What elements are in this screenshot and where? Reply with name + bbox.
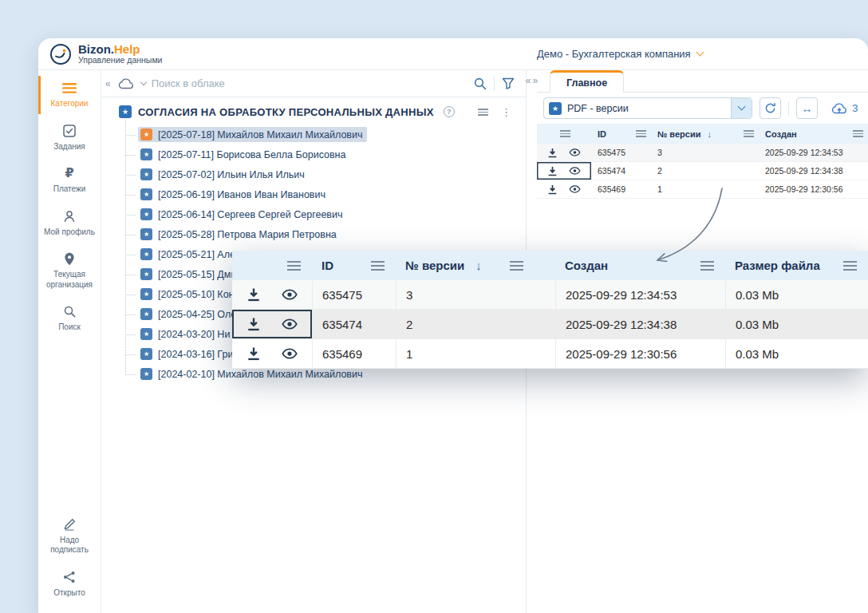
tree-item[interactable]: ★[2025-07-02] Ильин Илья Ильич	[119, 164, 526, 184]
version-row[interactable]: 635475 3 2025-09-29 12:34:53 0.03 Mb	[232, 280, 868, 310]
swap-panels-button[interactable]: ↔	[796, 97, 818, 119]
column-menu-icon[interactable]	[510, 261, 523, 271]
cloud-search-input[interactable]	[152, 77, 466, 89]
chevron-down-icon[interactable]	[140, 78, 146, 85]
sort-desc-icon[interactable]: ↓	[475, 259, 482, 272]
map-pin-icon	[64, 251, 75, 266]
tree-menu-icon[interactable]	[478, 109, 488, 116]
sidebar-item-label: Открыто	[53, 588, 85, 599]
column-menu-icon[interactable]	[843, 261, 857, 271]
menu-icon	[62, 81, 77, 95]
cell-id: 635474	[312, 310, 396, 338]
sidebar-item-categories[interactable]: Категории	[38, 73, 101, 117]
view-icon[interactable]	[567, 147, 582, 158]
sidebar-item-label: Задания	[53, 142, 85, 152]
more-options-icon[interactable]: ⋮	[501, 106, 511, 118]
column-version: № версии↓	[396, 251, 555, 280]
zoomed-versions-table: ID № версии↓ Создан Размер файла 635475 …	[232, 251, 868, 369]
version-row[interactable]: 635469 1 2025-09-29 12:30:56 0.03 Mb	[232, 339, 868, 369]
collapse-left-icon[interactable]: «	[526, 76, 531, 85]
category-star-icon: ★	[119, 105, 132, 118]
upload-button-label: З	[852, 103, 858, 114]
view-icon[interactable]	[280, 317, 299, 331]
cell-created: 2025-09-29 12:34:38	[759, 166, 868, 176]
dropdown-chevron-button[interactable]	[731, 98, 752, 118]
sidebar: Категории Задания ₽ Платежи Мой профиль	[38, 70, 101, 613]
tree-root[interactable]: ★ СОГЛАСИЯ НА ОБРАБОТКУ ПЕРСОНАЛЬНЫХ ДАН…	[119, 105, 526, 118]
tree-item-label: [2025-05-21] Але	[158, 249, 235, 260]
upload-to-cloud-button[interactable]: З	[831, 103, 858, 114]
chevron-down-icon	[738, 103, 746, 111]
tree-item[interactable]: ★[2025-05-28] Петрова Мария Петровна	[119, 224, 526, 244]
document-icon: ★	[140, 328, 152, 340]
sidebar-item-profile[interactable]: Мой профиль	[38, 202, 101, 245]
refresh-button[interactable]	[760, 97, 781, 119]
tree-item-label: [2025-04-25] Оле	[158, 309, 236, 320]
download-icon[interactable]	[546, 146, 559, 160]
view-icon[interactable]	[567, 184, 582, 195]
tree-item[interactable]: ★[2025-07-11] Борисова Белла Борисовна	[119, 144, 526, 164]
sidebar-item-organization[interactable]: Текущая организация	[38, 244, 101, 297]
organization-selector[interactable]: Демо - Бухгалтерская компания	[537, 38, 703, 69]
tree-title: СОГЛАСИЯ НА ОБРАБОТКУ ПЕРСОНАЛЬНЫХ ДАННЫ…	[138, 106, 434, 118]
cell-id: 635469	[312, 339, 396, 368]
sidebar-item-need-sign[interactable]: Надо подписать	[38, 510, 101, 563]
sidebar-item-payments[interactable]: ₽ Платежи	[38, 159, 101, 202]
tree-item-label: [2025-07-11] Борисова Белла Борисовна	[158, 149, 345, 160]
download-icon[interactable]	[546, 183, 559, 196]
column-menu-icon[interactable]	[560, 130, 570, 137]
tree-item[interactable]: ★[2025-07-18] Михайлов Михаил Михайлович	[119, 125, 526, 144]
document-icon: ★	[140, 248, 152, 260]
left-right-arrow-icon: ↔	[802, 103, 813, 114]
version-row[interactable]: 635474 2 2025-09-29 12:34:38	[537, 162, 868, 180]
tree-item-label: [2025-06-14] Сергеев Сергей Сергеевич	[158, 209, 342, 220]
share-icon	[63, 570, 76, 584]
cell-size: 0.03 Mb	[725, 280, 868, 309]
version-row[interactable]: 635474 2 2025-09-29 12:34:38 0.03 Mb	[232, 310, 868, 339]
sidebar-item-label: Текущая организация	[41, 270, 98, 290]
tree-tools: ⋮	[478, 106, 511, 118]
column-label: № версии	[657, 129, 700, 139]
column-menu-icon[interactable]	[700, 261, 714, 271]
document-icon: ★	[140, 168, 152, 180]
sidebar-item-open[interactable]: Открыто	[38, 563, 101, 606]
help-icon[interactable]: ?	[444, 106, 455, 117]
column-menu-icon[interactable]	[636, 130, 646, 137]
sidebar-item-search[interactable]: Поиск	[38, 297, 101, 340]
download-icon[interactable]	[546, 164, 559, 178]
document-icon: ★	[140, 268, 152, 280]
column-version: № версии↓	[651, 124, 759, 144]
versions-dropdown[interactable]: ★ PDF - версии	[543, 97, 752, 119]
chevron-down-icon	[696, 49, 704, 57]
search-icon[interactable]	[471, 75, 488, 92]
view-icon[interactable]	[280, 287, 299, 302]
bizon-logo-icon	[49, 43, 72, 65]
download-icon[interactable]	[245, 286, 262, 303]
column-menu-icon[interactable]	[287, 261, 301, 271]
cell-version: 1	[396, 339, 555, 368]
view-icon[interactable]	[280, 346, 299, 361]
versions-toolbar: ★ PDF - версии ↔ З	[537, 93, 868, 124]
column-menu-icon[interactable]	[371, 261, 385, 271]
download-icon[interactable]	[245, 315, 262, 333]
column-menu-icon[interactable]	[744, 130, 754, 137]
sort-desc-icon[interactable]: ↓	[707, 129, 712, 139]
row-actions	[232, 339, 312, 368]
filter-icon[interactable]	[500, 76, 516, 91]
sidebar-spacer	[38, 340, 101, 510]
version-row[interactable]: 635469 1 2025-09-29 12:30:56	[537, 180, 868, 199]
cloud-icon[interactable]	[116, 77, 136, 91]
tree-item-label: [2024-03-20] Ни	[158, 329, 230, 340]
tree-item[interactable]: ★[2025-06-14] Сергеев Сергей Сергеевич	[119, 204, 526, 224]
sidebar-item-tasks[interactable]: Задания	[38, 117, 101, 160]
download-icon[interactable]	[245, 345, 262, 362]
tab-main[interactable]: Главное	[550, 70, 624, 93]
view-icon[interactable]	[567, 165, 582, 176]
version-row[interactable]: 635475 3 2025-09-29 12:34:53	[537, 144, 868, 162]
cell-created: 2025-09-29 12:34:53	[555, 280, 725, 309]
collapse-left-icon[interactable]: «	[105, 79, 111, 89]
tree-item[interactable]: ★[2025-06-19] Иванов Иван Иванович	[119, 184, 526, 204]
column-menu-icon[interactable]	[853, 130, 863, 137]
document-icon: ★	[140, 148, 152, 160]
cell-created: 2025-09-29 12:34:38	[555, 310, 725, 338]
